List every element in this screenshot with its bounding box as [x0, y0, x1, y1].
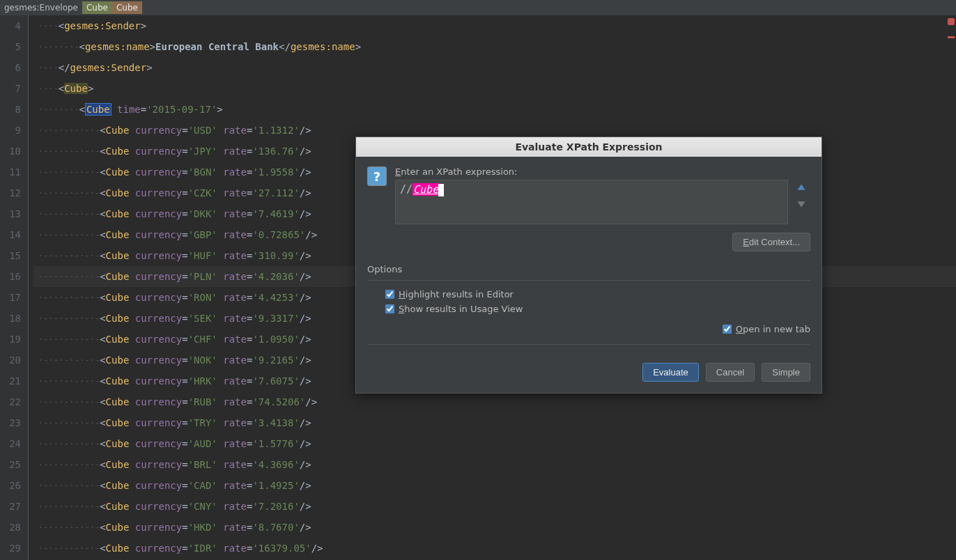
breadcrumb-item-cube1[interactable]: Cube [82, 1, 112, 14]
gutter-line: 24 [0, 433, 28, 454]
code-line[interactable]: ·-·-·-·-<Cube time='2015-09-17'> [33, 99, 956, 120]
xpath-label: Enter an XPath expression: [395, 166, 788, 177]
gutter-line: 26 [0, 475, 28, 496]
gutter-line: 7 [0, 78, 28, 99]
error-stripe-icon[interactable] [948, 18, 955, 25]
history-up-icon[interactable] [796, 183, 806, 193]
simple-button[interactable]: Simple [762, 363, 810, 382]
code-line[interactable]: ·-·-<Cube> [33, 78, 956, 99]
gutter-line: 21 [0, 371, 28, 391]
gutter-line: 22 [0, 391, 28, 412]
gutter: 4567891011121314151617181920212223242526… [0, 15, 28, 560]
history-down-icon[interactable] [796, 199, 806, 208]
options-label: Options [367, 264, 810, 274]
show-usage-label[interactable]: Show results in Usage View [399, 304, 523, 314]
gutter-line: 9 [0, 120, 28, 141]
breadcrumb-item-cube2[interactable]: Cube [112, 1, 142, 14]
gutter-line: 18 [0, 308, 28, 329]
code-line[interactable]: ·-·-·-·-·-·-<Cube currency='CNY' rate='7… [33, 496, 956, 517]
gutter-line: 19 [0, 329, 28, 350]
gutter-line: 14 [0, 224, 28, 245]
code-line[interactable]: ·-·-·-·-·-·-<Cube currency='RUB' rate='7… [33, 391, 956, 412]
gutter-line: 4 [0, 15, 28, 36]
dialog-title: Evaluate XPath Expression [356, 137, 822, 157]
xpath-dialog: Evaluate XPath Expression ? Enter an XPa… [355, 137, 822, 394]
gutter-line: 16 [0, 266, 28, 287]
cancel-button[interactable]: Cancel [706, 363, 755, 382]
xpath-input[interactable]: //Cube [395, 180, 788, 224]
gutter-line: 17 [0, 287, 28, 308]
highlight-checkbox[interactable] [385, 290, 394, 299]
open-tab-checkbox[interactable] [723, 325, 732, 334]
code-line[interactable]: ·-·-·-·-·-·-<Cube currency='TRY' rate='3… [33, 412, 956, 433]
gutter-line: 10 [0, 141, 28, 162]
code-line[interactable]: ·-·-·-·-<gesmes:name>European Central Ba… [33, 36, 956, 57]
show-usage-checkbox[interactable] [385, 304, 394, 313]
code-line[interactable]: ·-·-·-·-·-·-<Cube currency='BRL' rate='4… [33, 454, 956, 475]
fold-column [28, 15, 33, 560]
help-icon: ? [367, 166, 387, 186]
edit-context-button[interactable]: Edit Context... [732, 233, 810, 251]
open-tab-label[interactable]: Open in new tab [736, 324, 810, 334]
code-line[interactable]: ·-·-·-·-·-·-<Cube currency='AUD' rate='1… [33, 433, 956, 454]
code-line[interactable]: ·-·-</gesmes:Sender> [33, 57, 956, 78]
gutter-line: 8 [0, 99, 28, 120]
gutter-line: 15 [0, 245, 28, 266]
code-line[interactable]: ·-·-·-·-·-·-<Cube currency='CAD' rate='1… [33, 475, 956, 496]
gutter-line: 11 [0, 162, 28, 182]
gutter-line: 12 [0, 182, 28, 203]
gutter-line: 13 [0, 203, 28, 224]
code-line[interactable]: ·-·-·-·-·-·-<Cube currency='HKD' rate='8… [33, 517, 956, 538]
code-line[interactable]: ·-·-<gesmes:Sender> [33, 15, 956, 36]
gutter-line: 25 [0, 454, 28, 475]
breadcrumb: gesmes:Envelope Cube Cube [0, 0, 956, 15]
highlight-label[interactable]: Highlight results in Editor [399, 289, 514, 300]
breadcrumb-root[interactable]: gesmes:Envelope [0, 1, 82, 14]
gutter-line: 27 [0, 496, 28, 517]
gutter-line: 23 [0, 412, 28, 433]
gutter-line: 28 [0, 517, 28, 538]
gutter-line: 6 [0, 57, 28, 78]
gutter-line: 29 [0, 538, 28, 559]
code-line[interactable]: ·-·-·-·-·-·-<Cube currency='IDR' rate='1… [33, 538, 956, 559]
error-marker[interactable] [948, 36, 955, 38]
gutter-line: 20 [0, 350, 28, 371]
gutter-line: 5 [0, 36, 28, 57]
evaluate-button[interactable]: Evaluate [642, 363, 699, 382]
